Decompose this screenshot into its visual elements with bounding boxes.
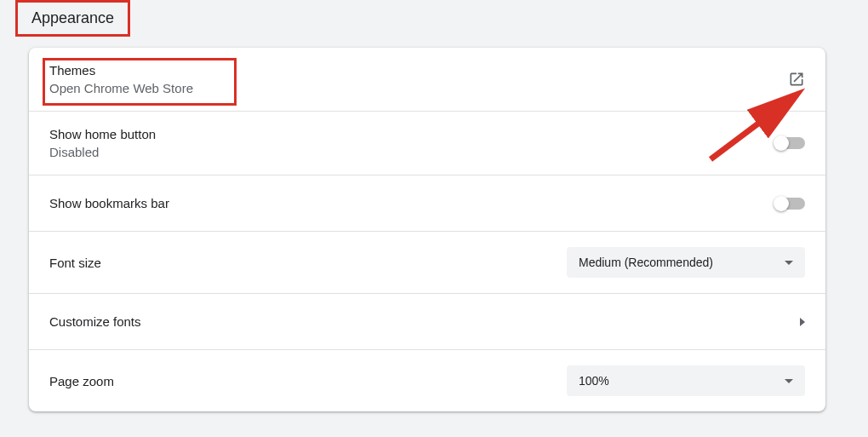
appearance-settings-card: Themes Open Chrome Web Store Show home b…	[29, 48, 825, 411]
bookmarks-bar-row: Show bookmarks bar	[29, 175, 825, 232]
external-link-icon	[788, 71, 805, 88]
customize-fonts-row[interactable]: Customize fonts	[29, 294, 825, 350]
themes-title: Themes	[49, 63, 193, 78]
themes-subtitle: Open Chrome Web Store	[49, 81, 193, 95]
font-size-title: Font size	[49, 256, 101, 270]
toggle-knob	[774, 196, 789, 211]
page-zoom-selected: 100%	[579, 374, 609, 388]
themes-row[interactable]: Themes Open Chrome Web Store	[29, 48, 825, 112]
home-button-subtitle: Disabled	[49, 145, 156, 159]
bookmarks-bar-title: Show bookmarks bar	[49, 196, 169, 210]
themes-text: Themes Open Chrome Web Store	[49, 63, 193, 95]
font-size-selected: Medium (Recommended)	[579, 256, 713, 269]
chevron-right-icon	[800, 318, 805, 326]
home-button-title: Show home button	[49, 127, 156, 141]
page-zoom-dropdown[interactable]: 100%	[567, 365, 805, 396]
bookmarks-bar-toggle[interactable]	[774, 198, 805, 210]
font-size-text: Font size	[49, 256, 101, 270]
home-button-text: Show home button Disabled	[49, 127, 156, 159]
customize-fonts-title: Customize fonts	[49, 314, 141, 329]
customize-fonts-text: Customize fonts	[49, 314, 141, 329]
toggle-knob	[774, 135, 789, 151]
dropdown-arrow-icon	[785, 261, 793, 265]
bookmarks-bar-text: Show bookmarks bar	[49, 196, 169, 210]
section-header-appearance: Appearance	[15, 0, 130, 37]
section-title: Appearance	[31, 9, 114, 26]
page-zoom-row: Page zoom 100%	[29, 350, 825, 411]
page-zoom-title: Page zoom	[49, 374, 114, 388]
font-size-row: Font size Medium (Recommended)	[29, 232, 825, 294]
home-button-row: Show home button Disabled	[29, 112, 825, 175]
home-button-toggle[interactable]	[774, 137, 805, 149]
dropdown-arrow-icon	[785, 379, 793, 383]
font-size-dropdown[interactable]: Medium (Recommended)	[567, 247, 805, 278]
page-zoom-text: Page zoom	[49, 374, 114, 388]
